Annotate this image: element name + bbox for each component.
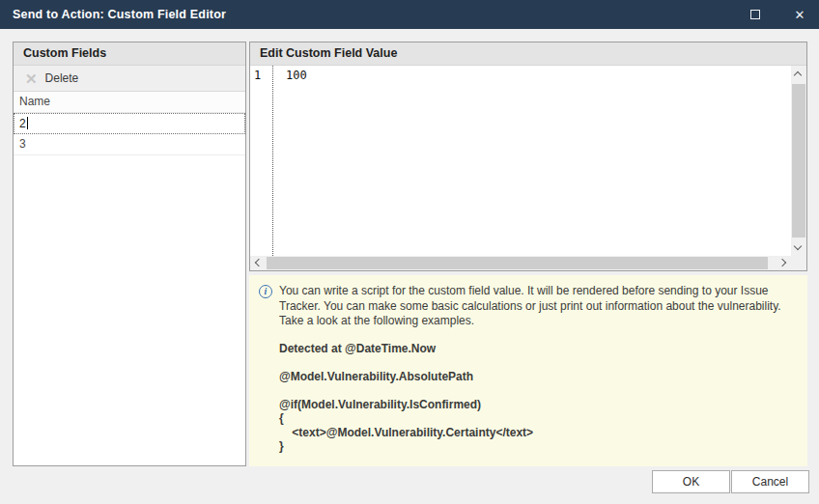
editor-content[interactable]: 100 [273,66,307,256]
window-controls: ✕ [740,0,815,29]
example-line: } [279,439,798,454]
horizontal-scrollbar[interactable] [250,256,791,270]
example-line: @if(Model.Vulnerability.IsConfirmed) [279,398,798,412]
cancel-button[interactable]: Cancel [731,470,809,493]
maximize-icon [750,10,760,19]
field-name-cell[interactable]: 2 [19,117,26,130]
close-button[interactable]: ✕ [784,0,815,29]
horizontal-scroll-thumb[interactable] [267,257,768,269]
info-icon: i [259,285,272,298]
close-icon: ✕ [795,9,805,21]
example-line: @Model.Vulnerability.AbsolutePath [279,370,798,384]
custom-fields-toolbar: ✕ Delete [14,66,245,92]
custom-fields-header: Custom Fields [14,42,245,66]
script-help-infobox: i You can write a script for the custom … [249,275,807,466]
dialog-window: Send to Action: Custom Field Editor ✕ Cu… [0,0,819,504]
vertical-scroll-thumb[interactable] [792,84,805,238]
edit-value-header: Edit Custom Field Value [250,42,806,66]
example-line: Detected at @DateTime.Now [279,342,798,356]
edit-value-panel: Edit Custom Field Value 1 100 [249,42,807,271]
example-line: <text>@Model.Vulnerability.Certainty</te… [279,426,798,440]
scroll-left-icon[interactable] [255,259,263,266]
ok-button[interactable]: OK [652,470,730,493]
maximize-button[interactable] [740,0,771,29]
scroll-down-icon[interactable] [794,242,802,250]
example-line: { [279,411,798,426]
field-row[interactable]: 3 [14,134,245,155]
titlebar[interactable]: Send to Action: Custom Field Editor ✕ [0,0,819,29]
scroll-right-icon[interactable] [778,259,786,266]
script-examples: Detected at @DateTime.Now @Model.Vulnera… [279,342,798,454]
text-caret [27,117,28,129]
dialog-title: Send to Action: Custom Field Editor [0,8,226,21]
field-name-cell[interactable]: 3 [19,137,26,151]
code-editor[interactable]: 1 100 [250,66,791,256]
vertical-scrollbar[interactable] [791,66,806,256]
scroll-up-icon[interactable] [794,71,802,79]
name-column-header: Name [14,92,245,113]
field-row-editing[interactable]: 2 [14,113,245,134]
custom-fields-panel: Custom Fields ✕ Delete Name 2 3 [13,42,246,466]
delete-button[interactable]: Delete [45,71,79,85]
line-number-gutter: 1 [250,66,273,256]
delete-icon: ✕ [25,71,38,86]
info-text: You can write a script for the custom fi… [279,284,798,329]
